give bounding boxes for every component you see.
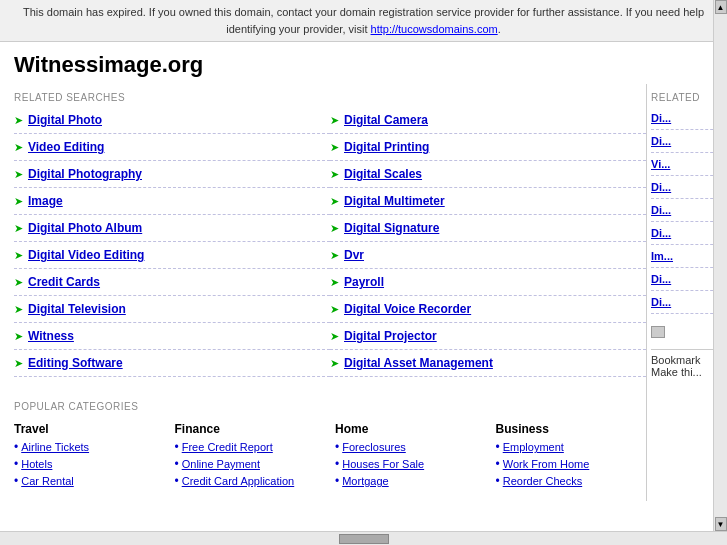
sidebar-link[interactable]: Di... bbox=[651, 227, 671, 239]
search-item-right: ➤Digital Printing bbox=[330, 134, 646, 161]
search-link[interactable]: Digital Photography bbox=[28, 167, 142, 181]
search-link[interactable]: Digital Camera bbox=[344, 113, 428, 127]
arrow-icon: ➤ bbox=[330, 276, 339, 289]
search-link[interactable]: Digital Asset Management bbox=[344, 356, 493, 370]
search-item-right: ➤Digital Multimeter bbox=[330, 188, 646, 215]
search-item-right: ➤Digital Projector bbox=[330, 323, 646, 350]
search-link[interactable]: Digital Scales bbox=[344, 167, 422, 181]
sidebar-link[interactable]: Di... bbox=[651, 204, 671, 216]
banner-link[interactable]: http://tucowsdomains.com bbox=[371, 23, 498, 35]
popular-col-title: Home bbox=[335, 422, 486, 436]
arrow-icon: ➤ bbox=[330, 168, 339, 181]
vertical-scrollbar[interactable]: ▲ ▼ bbox=[713, 0, 727, 501]
search-item-left: ➤Digital Photography bbox=[14, 161, 330, 188]
list-item: Foreclosures bbox=[335, 440, 486, 454]
list-item: Airline Tickets bbox=[14, 440, 165, 454]
arrow-icon: ➤ bbox=[330, 222, 339, 235]
sidebar-link[interactable]: Di... bbox=[651, 112, 671, 124]
popular-col-title: Business bbox=[496, 422, 647, 436]
arrow-icon: ➤ bbox=[330, 357, 339, 370]
scroll-track bbox=[714, 14, 727, 501]
arrow-icon: ➤ bbox=[14, 141, 23, 154]
popular-link[interactable]: Houses For Sale bbox=[342, 458, 424, 470]
arrow-icon: ➤ bbox=[330, 330, 339, 343]
arrow-icon: ➤ bbox=[14, 222, 23, 235]
list-item: Credit Card Application bbox=[175, 474, 326, 488]
search-link[interactable]: Image bbox=[28, 194, 63, 208]
popular-col-title: Travel bbox=[14, 422, 165, 436]
expired-banner: This domain has expired. If you owned th… bbox=[0, 0, 727, 42]
search-link[interactable]: Digital Voice Recorder bbox=[344, 302, 471, 316]
search-item-right: ➤Digital Voice Recorder bbox=[330, 296, 646, 323]
popular-link[interactable]: Work From Home bbox=[503, 458, 590, 470]
popular-link[interactable]: Credit Card Application bbox=[182, 475, 295, 487]
sidebar-link[interactable]: Im... bbox=[651, 250, 673, 262]
arrow-icon: ➤ bbox=[330, 141, 339, 154]
sidebar-link[interactable]: Di... bbox=[651, 181, 671, 193]
search-link[interactable]: Digital Television bbox=[28, 302, 126, 316]
search-link[interactable]: Dvr bbox=[344, 248, 364, 262]
search-item-right: ➤Payroll bbox=[330, 269, 646, 296]
popular-column: BusinessEmploymentWork From HomeReorder … bbox=[496, 422, 647, 491]
search-link[interactable]: Digital Video Editing bbox=[28, 248, 144, 262]
arrow-icon: ➤ bbox=[330, 303, 339, 316]
search-link[interactable]: Digital Printing bbox=[344, 140, 429, 154]
search-link[interactable]: Payroll bbox=[344, 275, 384, 289]
scroll-thumb[interactable] bbox=[651, 326, 665, 338]
arrow-icon: ➤ bbox=[14, 114, 23, 127]
search-item-left: ➤Witness bbox=[14, 323, 330, 350]
popular-link[interactable]: Mortgage bbox=[342, 475, 388, 487]
list-item: Car Rental bbox=[14, 474, 165, 488]
sidebar-link[interactable]: Di... bbox=[651, 135, 671, 147]
related-searches-label: RELATED SEARCHES bbox=[14, 84, 646, 107]
popular-link[interactable]: Free Credit Report bbox=[182, 441, 273, 453]
popular-column: FinanceFree Credit ReportOnline PaymentC… bbox=[175, 422, 326, 491]
search-item-left: ➤Digital Video Editing bbox=[14, 242, 330, 269]
list-item: Reorder Checks bbox=[496, 474, 647, 488]
popular-link[interactable]: Car Rental bbox=[21, 475, 74, 487]
popular-link[interactable]: Airline Tickets bbox=[21, 441, 89, 453]
list-item: Employment bbox=[496, 440, 647, 454]
popular-link[interactable]: Hotels bbox=[21, 458, 52, 470]
sidebar-link[interactable]: Di... bbox=[651, 273, 671, 285]
search-link[interactable]: Digital Signature bbox=[344, 221, 439, 235]
arrow-icon: ➤ bbox=[330, 249, 339, 262]
popular-column: TravelAirline TicketsHotelsCar Rental bbox=[14, 422, 165, 491]
list-item: Online Payment bbox=[175, 457, 326, 471]
search-link[interactable]: Witness bbox=[28, 329, 74, 343]
arrow-icon: ➤ bbox=[14, 330, 23, 343]
popular-grid: TravelAirline TicketsHotelsCar RentalFin… bbox=[14, 422, 646, 491]
popular-link[interactable]: Employment bbox=[503, 441, 564, 453]
main-content: RELATED SEARCHES ➤Digital Photo➤Digital … bbox=[0, 84, 647, 501]
search-item-right: ➤Dvr bbox=[330, 242, 646, 269]
search-link[interactable]: Credit Cards bbox=[28, 275, 100, 289]
popular-link[interactable]: Online Payment bbox=[182, 458, 260, 470]
arrow-icon: ➤ bbox=[14, 276, 23, 289]
search-link[interactable]: Editing Software bbox=[28, 356, 123, 370]
sidebar-link[interactable]: Vi... bbox=[651, 158, 670, 170]
list-item: Houses For Sale bbox=[335, 457, 486, 471]
search-link[interactable]: Video Editing bbox=[28, 140, 104, 154]
list-item: Free Credit Report bbox=[175, 440, 326, 454]
arrow-icon: ➤ bbox=[330, 195, 339, 208]
banner-text: This domain has expired. If you owned th… bbox=[23, 6, 704, 35]
popular-link[interactable]: Foreclosures bbox=[342, 441, 406, 453]
scroll-up-button[interactable]: ▲ bbox=[715, 0, 727, 14]
popular-section: POPULAR CATEGORIES TravelAirline Tickets… bbox=[14, 393, 646, 501]
search-link[interactable]: Digital Photo bbox=[28, 113, 102, 127]
search-item-left: ➤Digital Television bbox=[14, 296, 330, 323]
list-item: Work From Home bbox=[496, 457, 647, 471]
search-item-left: ➤Video Editing bbox=[14, 134, 330, 161]
search-link[interactable]: Digital Photo Album bbox=[28, 221, 142, 235]
list-item: Mortgage bbox=[335, 474, 486, 488]
search-item-left: ➤Digital Photo Album bbox=[14, 215, 330, 242]
search-link[interactable]: Digital Multimeter bbox=[344, 194, 445, 208]
search-link[interactable]: Digital Projector bbox=[344, 329, 437, 343]
search-item-left: ➤Editing Software bbox=[14, 350, 330, 377]
search-item-left: ➤Credit Cards bbox=[14, 269, 330, 296]
search-grid: ➤Digital Photo➤Digital Camera➤Video Edit… bbox=[14, 107, 646, 377]
search-item-right: ➤Digital Camera bbox=[330, 107, 646, 134]
sidebar-link[interactable]: Di... bbox=[651, 296, 671, 308]
popular-column: HomeForeclosuresHouses For SaleMortgage bbox=[335, 422, 486, 491]
popular-link[interactable]: Reorder Checks bbox=[503, 475, 582, 487]
